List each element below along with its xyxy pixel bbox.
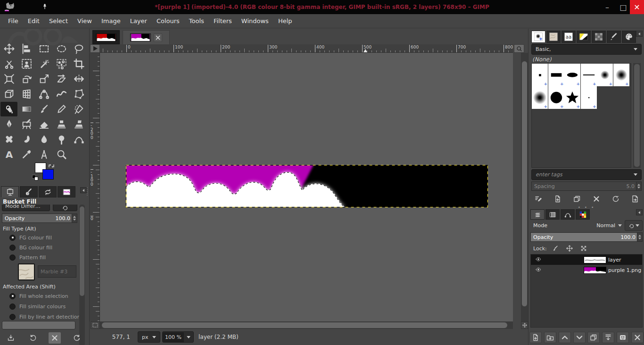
brushes-menu-button[interactable]	[636, 31, 643, 37]
brush-br-fuzzy[interactable]: +	[597, 64, 613, 86]
tool-zoom[interactable]	[53, 147, 70, 162]
unit-combo[interactable]: px	[138, 331, 160, 343]
tool-color-picker[interactable]	[18, 147, 35, 162]
dock-tab-palette[interactable]	[622, 31, 636, 43]
tool-flip[interactable]	[70, 72, 87, 86]
menu-help[interactable]: Help	[274, 16, 297, 26]
dock-tab-mypaint-brushes[interactable]	[607, 31, 621, 43]
canvas-viewport[interactable]	[100, 53, 513, 321]
tool-ink[interactable]	[0, 117, 17, 131]
visibility-eye-icon[interactable]	[535, 256, 544, 263]
minimize-button[interactable]: –	[599, 0, 616, 14]
tool-shear[interactable]	[53, 72, 70, 86]
fill-option-2[interactable]: Pattern fill	[9, 253, 46, 262]
tool-dodge-burn[interactable]	[53, 132, 70, 147]
tool-eraser[interactable]	[35, 117, 52, 131]
close-button[interactable]: ✕	[630, 0, 644, 14]
tool-options-save-preset-button[interactable]	[5, 332, 17, 344]
horizontal-ruler[interactable]: 0100200300400500600700800	[100, 44, 513, 53]
dock-tab-fonts[interactable]: aa	[561, 31, 576, 43]
brush-new-doc-button[interactable]	[552, 193, 564, 205]
zoom-combo[interactable]: 100 %	[162, 331, 194, 343]
tool-options-reset-button[interactable]	[71, 332, 83, 344]
fill-option-0[interactable]: FG colour fill	[9, 233, 52, 242]
tool-paintbrush[interactable]	[35, 102, 52, 116]
tool-crop[interactable]	[70, 57, 87, 71]
dock-menu-button[interactable]	[80, 187, 87, 193]
tool-scale[interactable]	[35, 72, 52, 86]
tool-blur[interactable]	[35, 132, 52, 147]
tab-close-button[interactable]	[154, 33, 162, 42]
swap-colors-icon[interactable]	[48, 162, 55, 167]
paint-mode-combo[interactable]: Mode Differ…	[2, 205, 50, 211]
menu-image[interactable]: Image	[97, 16, 125, 26]
tool-move[interactable]	[0, 41, 17, 56]
brush-open-image-button[interactable]	[629, 193, 641, 205]
tool-mypaint-brush[interactable]	[18, 117, 35, 131]
layer-delete-x-button[interactable]	[631, 332, 644, 343]
layer-raise-button[interactable]	[559, 332, 571, 343]
tool-paths[interactable]	[70, 132, 87, 147]
layer-opacity-slider[interactable]: Opacity 100.0	[530, 232, 643, 242]
tool-3d-transform[interactable]	[18, 87, 35, 101]
tool-free-select[interactable]	[70, 41, 87, 56]
tool-measure[interactable]	[35, 147, 52, 162]
dock-tab-patterns[interactable]	[546, 31, 561, 43]
tool-options-revert-button[interactable]	[27, 332, 39, 344]
left-dock-tab-device-status[interactable]: i	[20, 186, 38, 197]
layer-add-mask-button[interactable]	[617, 332, 629, 343]
layer-row-0[interactable]: layer	[531, 255, 642, 265]
tool-select-by-color[interactable]	[53, 57, 70, 71]
affected-option-0[interactable]: Fill whole selection	[9, 292, 68, 300]
brush-refresh-button[interactable]	[610, 193, 622, 205]
tool-rotate[interactable]	[18, 72, 35, 86]
tool-clone[interactable]	[53, 117, 70, 131]
maximize-button[interactable]: □	[616, 0, 631, 14]
layer-duplicate-button[interactable]	[587, 332, 600, 343]
tool-bucket-fill[interactable]	[0, 102, 17, 116]
tool-perspective[interactable]	[0, 87, 17, 101]
tool-opacity-spinner[interactable]	[72, 214, 77, 222]
layers-menu-button[interactable]	[636, 209, 643, 215]
left-dock-tab-image-thumbnail[interactable]	[58, 186, 75, 197]
brush-edit-brush-button[interactable]	[532, 193, 545, 205]
layer-lower-button[interactable]	[573, 332, 586, 343]
tool-gradient[interactable]	[18, 102, 35, 116]
tool-warp-transform[interactable]	[53, 87, 70, 101]
mode-switch-button[interactable]	[53, 205, 77, 211]
brush-br-dot[interactable]: +	[532, 64, 548, 86]
layer-mode-switch-button[interactable]	[625, 220, 643, 231]
tool-opacity-slider[interactable]: Opacity 100.0	[2, 214, 77, 223]
fill-option-1[interactable]: BG colour fill	[9, 243, 52, 252]
layer-opacity-spinner[interactable]	[637, 233, 642, 241]
pin-icon[interactable]	[41, 3, 48, 11]
brush-filter-combo[interactable]: Basic,	[531, 44, 642, 55]
lock-paintbrush-button[interactable]	[550, 244, 561, 253]
image-tab-red[interactable]	[92, 30, 120, 44]
background-color-swatch[interactable]	[42, 169, 54, 180]
brush-list-scrollbar[interactable]	[633, 63, 641, 168]
tool-cage-transform[interactable]	[70, 87, 87, 101]
brush-br-star[interactable]: +	[564, 86, 580, 109]
quick-mask-button[interactable]	[91, 321, 100, 329]
tool-fuzzy-select[interactable]	[35, 57, 52, 71]
zoom-when-resize-button[interactable]	[514, 44, 524, 53]
tool-ellipse-select[interactable]	[53, 41, 70, 56]
menu-tools[interactable]: Tools	[185, 16, 208, 26]
menu-select[interactable]: Select	[45, 16, 72, 26]
zoom-chevron[interactable]	[184, 336, 193, 338]
tool-airbrush[interactable]	[70, 102, 87, 116]
menu-layer[interactable]: Layer	[126, 16, 151, 26]
left-dock-tab-tool-options[interactable]	[1, 186, 19, 197]
layer-merge-down-button[interactable]	[602, 332, 614, 343]
lock-lock-alpha-button[interactable]	[578, 244, 589, 253]
tool-pencil[interactable]	[53, 102, 70, 116]
brush-br-fuzzyball[interactable]: +	[532, 86, 548, 109]
menu-filters[interactable]: Filters	[209, 16, 236, 26]
layer-mode-combo[interactable]: Normal	[596, 222, 625, 229]
brush-br-ellipse[interactable]: +	[564, 64, 580, 86]
vertical-ruler[interactable]: -200-1000	[90, 53, 100, 321]
layers-dock-tab-paths-tab[interactable]	[561, 209, 575, 220]
brush-spacing-slider[interactable]: Spacing 5.0	[531, 181, 642, 191]
brush-tags-input[interactable]: enter tags	[531, 169, 642, 180]
